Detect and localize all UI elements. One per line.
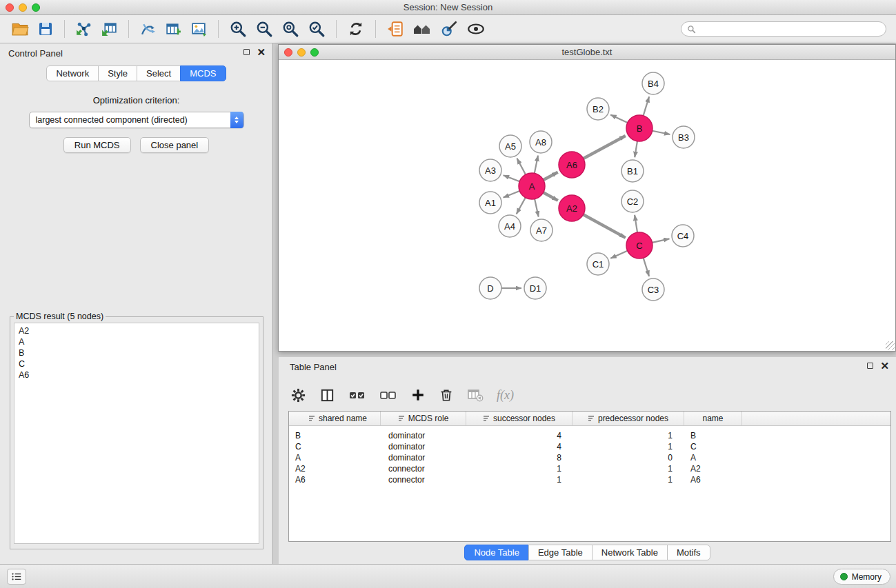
float-panel-icon[interactable]: [243, 49, 250, 55]
mcds-result-item[interactable]: A6: [19, 369, 255, 381]
table-row[interactable]: Adominator80A: [289, 452, 890, 463]
graph-edge-B-B4[interactable]: [644, 97, 650, 116]
column-header-predecessor-nodes[interactable]: predecessor nodes: [573, 412, 684, 425]
close-panel-button[interactable]: Close panel: [140, 137, 210, 153]
graph-node-A[interactable]: A: [519, 173, 545, 199]
graph-node-A4[interactable]: A4: [499, 215, 521, 237]
tab-style[interactable]: Style: [98, 65, 137, 81]
open-panel-button[interactable]: [385, 19, 406, 39]
tab-network-table[interactable]: Network Table: [592, 545, 668, 560]
graph-node-D[interactable]: D: [479, 277, 501, 299]
zoom-in-button[interactable]: [228, 19, 248, 39]
graph-edge-A-A2[interactable]: [544, 192, 558, 201]
graph-edge-B-B3[interactable]: [653, 131, 670, 134]
delete-table-button[interactable]: [466, 387, 484, 403]
show-hide-eye-button[interactable]: [465, 19, 487, 39]
graph-edge-C-C4[interactable]: [653, 239, 670, 243]
graph-node-C[interactable]: C: [626, 232, 653, 258]
network-canvas[interactable]: B4B2BB3A8A5A6B1A3AC2A1A2A4A7C4CC1C3DD1: [279, 60, 895, 351]
tab-select[interactable]: Select: [137, 65, 181, 81]
graph-edge-A2-C[interactable]: [584, 214, 626, 238]
graph-edge-C-C2[interactable]: [635, 215, 637, 232]
graph-edge-B-B1[interactable]: [635, 141, 637, 157]
tab-mcds[interactable]: MCDS: [180, 65, 226, 81]
graph-edge-A-A4[interactable]: [517, 198, 526, 214]
table-row[interactable]: Cdominator41C: [289, 441, 890, 452]
graph-edge-A-A5[interactable]: [517, 159, 526, 175]
minimize-window-button[interactable]: [19, 3, 27, 12]
graph-node-B1[interactable]: B1: [621, 160, 644, 182]
graph-edge-A-A1[interactable]: [504, 191, 520, 198]
graph-node-C1[interactable]: C1: [587, 253, 609, 275]
network-close-button[interactable]: [284, 48, 292, 57]
window-resize-grip[interactable]: [886, 341, 895, 350]
import-table-button[interactable]: [99, 19, 119, 39]
column-header-shared-name[interactable]: shared name: [289, 412, 381, 425]
graph-edge-A-A8[interactable]: [535, 156, 538, 174]
graph-edge-A6-B[interactable]: [584, 136, 626, 159]
graph-node-C2[interactable]: C2: [621, 190, 644, 212]
new-network-button[interactable]: [138, 19, 158, 39]
zoom-selected-button[interactable]: [306, 19, 327, 39]
graph-node-C3[interactable]: C3: [642, 278, 664, 301]
graph-edge-B-B2[interactable]: [610, 114, 628, 123]
save-session-button[interactable]: [36, 19, 55, 39]
run-mcds-button[interactable]: Run MCDS: [63, 137, 131, 153]
network-zoom-button[interactable]: [310, 48, 319, 57]
settings-gear-button[interactable]: [290, 387, 307, 404]
new-table-button[interactable]: [163, 19, 183, 39]
graph-node-A5[interactable]: A5: [499, 135, 521, 157]
graph-edge-A-A3[interactable]: [504, 175, 520, 181]
column-header-successor-nodes[interactable]: successor nodes: [466, 412, 573, 425]
close-table-panel-icon[interactable]: ✕: [880, 362, 889, 369]
mcds-result-item[interactable]: B: [19, 347, 255, 358]
zoom-fit-button[interactable]: [280, 19, 301, 39]
close-control-panel-icon[interactable]: ✕: [257, 48, 266, 56]
close-window-button[interactable]: [6, 3, 14, 12]
graph-node-B2[interactable]: B2: [587, 98, 609, 120]
table-row[interactable]: A2connector11A2: [289, 463, 890, 474]
criterion-dropdown[interactable]: largest connected component (directed): [29, 112, 244, 128]
graph-node-B4[interactable]: B4: [642, 72, 664, 94]
mcds-result-item[interactable]: A2: [19, 325, 255, 336]
graph-edge-A-A6[interactable]: [544, 172, 558, 180]
import-network-button[interactable]: [74, 19, 94, 39]
graph-node-A1[interactable]: A1: [479, 192, 501, 214]
style-badge-button[interactable]: [439, 19, 459, 39]
mcds-result-list[interactable]: A2ABCA6: [14, 323, 259, 544]
graph-node-B3[interactable]: B3: [673, 126, 695, 148]
memory-button[interactable]: Memory: [833, 569, 890, 585]
delete-column-button[interactable]: [438, 387, 455, 403]
graph-node-A3[interactable]: A3: [479, 159, 501, 181]
export-image-button[interactable]: [189, 19, 209, 39]
tab-node-table[interactable]: Node Table: [464, 545, 529, 560]
graph-node-A8[interactable]: A8: [530, 131, 552, 153]
mcds-result-item[interactable]: A: [19, 336, 255, 347]
column-header-mcds-role[interactable]: MCDS role: [381, 412, 466, 425]
graph-edge-C-C1[interactable]: [610, 251, 627, 258]
graph-node-B[interactable]: B: [626, 115, 653, 141]
add-column-button[interactable]: [410, 387, 426, 403]
open-session-button[interactable]: [10, 19, 30, 39]
network-graph[interactable]: B4B2BB3A8A5A6B1A3AC2A1A2A4A7C4CC1C3DD1: [279, 60, 895, 351]
zoom-window-button[interactable]: [32, 3, 40, 12]
graph-node-A2[interactable]: A2: [559, 195, 585, 221]
function-builder-button[interactable]: f(x): [496, 387, 515, 403]
float-table-panel-icon[interactable]: [867, 363, 873, 369]
network-minimize-button[interactable]: [297, 48, 306, 57]
tab-edge-table[interactable]: Edge Table: [528, 545, 593, 560]
tab-network[interactable]: Network: [46, 65, 99, 81]
graph-node-A7[interactable]: A7: [530, 219, 552, 241]
select-all-button[interactable]: [348, 387, 367, 403]
graph-node-C4[interactable]: C4: [672, 225, 694, 247]
mcds-result-item[interactable]: C: [19, 358, 255, 369]
column-visibility-button[interactable]: [319, 387, 336, 404]
graph-node-A6[interactable]: A6: [559, 152, 585, 178]
tab-motifs[interactable]: Motifs: [667, 545, 710, 560]
graph-node-D1[interactable]: D1: [524, 277, 546, 299]
graph-edge-A-A7[interactable]: [535, 199, 539, 217]
deselect-all-button[interactable]: [379, 387, 398, 403]
zoom-out-button[interactable]: [254, 19, 275, 39]
home-button[interactable]: [411, 19, 433, 39]
table-row[interactable]: A6connector11A6: [289, 474, 890, 485]
